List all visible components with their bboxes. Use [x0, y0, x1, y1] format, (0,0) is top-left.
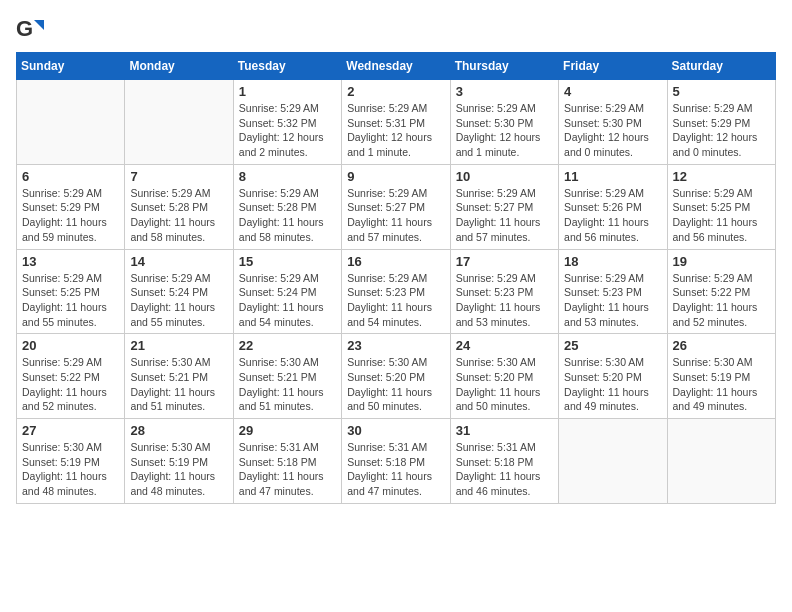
calendar-cell: 10Sunrise: 5:29 AM Sunset: 5:27 PM Dayli…: [450, 164, 558, 249]
calendar-cell: 1Sunrise: 5:29 AM Sunset: 5:32 PM Daylig…: [233, 80, 341, 165]
calendar-cell: 15Sunrise: 5:29 AM Sunset: 5:24 PM Dayli…: [233, 249, 341, 334]
calendar-cell: 31Sunrise: 5:31 AM Sunset: 5:18 PM Dayli…: [450, 419, 558, 504]
day-number: 13: [22, 254, 119, 269]
day-info: Sunrise: 5:29 AM Sunset: 5:24 PM Dayligh…: [130, 271, 227, 330]
calendar-header-row: SundayMondayTuesdayWednesdayThursdayFrid…: [17, 53, 776, 80]
day-number: 9: [347, 169, 444, 184]
day-info: Sunrise: 5:30 AM Sunset: 5:20 PM Dayligh…: [347, 355, 444, 414]
header-monday: Monday: [125, 53, 233, 80]
day-number: 2: [347, 84, 444, 99]
calendar-cell: 11Sunrise: 5:29 AM Sunset: 5:26 PM Dayli…: [559, 164, 667, 249]
day-info: Sunrise: 5:29 AM Sunset: 5:23 PM Dayligh…: [564, 271, 661, 330]
calendar-cell: 18Sunrise: 5:29 AM Sunset: 5:23 PM Dayli…: [559, 249, 667, 334]
day-number: 15: [239, 254, 336, 269]
day-info: Sunrise: 5:30 AM Sunset: 5:20 PM Dayligh…: [456, 355, 553, 414]
day-number: 26: [673, 338, 770, 353]
day-info: Sunrise: 5:29 AM Sunset: 5:30 PM Dayligh…: [564, 101, 661, 160]
day-number: 4: [564, 84, 661, 99]
calendar-cell: 16Sunrise: 5:29 AM Sunset: 5:23 PM Dayli…: [342, 249, 450, 334]
day-number: 14: [130, 254, 227, 269]
day-info: Sunrise: 5:31 AM Sunset: 5:18 PM Dayligh…: [347, 440, 444, 499]
day-number: 29: [239, 423, 336, 438]
day-info: Sunrise: 5:29 AM Sunset: 5:25 PM Dayligh…: [673, 186, 770, 245]
header-friday: Friday: [559, 53, 667, 80]
calendar-cell: 3Sunrise: 5:29 AM Sunset: 5:30 PM Daylig…: [450, 80, 558, 165]
day-info: Sunrise: 5:30 AM Sunset: 5:19 PM Dayligh…: [673, 355, 770, 414]
day-number: 12: [673, 169, 770, 184]
day-info: Sunrise: 5:29 AM Sunset: 5:22 PM Dayligh…: [673, 271, 770, 330]
day-info: Sunrise: 5:29 AM Sunset: 5:23 PM Dayligh…: [347, 271, 444, 330]
calendar-cell: 19Sunrise: 5:29 AM Sunset: 5:22 PM Dayli…: [667, 249, 775, 334]
day-info: Sunrise: 5:30 AM Sunset: 5:19 PM Dayligh…: [130, 440, 227, 499]
calendar-cell: 21Sunrise: 5:30 AM Sunset: 5:21 PM Dayli…: [125, 334, 233, 419]
svg-text:G: G: [16, 16, 33, 41]
calendar-cell: 4Sunrise: 5:29 AM Sunset: 5:30 PM Daylig…: [559, 80, 667, 165]
calendar-cell: 20Sunrise: 5:29 AM Sunset: 5:22 PM Dayli…: [17, 334, 125, 419]
header-sunday: Sunday: [17, 53, 125, 80]
day-number: 23: [347, 338, 444, 353]
day-number: 31: [456, 423, 553, 438]
day-number: 18: [564, 254, 661, 269]
day-number: 30: [347, 423, 444, 438]
day-info: Sunrise: 5:29 AM Sunset: 5:32 PM Dayligh…: [239, 101, 336, 160]
day-info: Sunrise: 5:29 AM Sunset: 5:24 PM Dayligh…: [239, 271, 336, 330]
day-info: Sunrise: 5:29 AM Sunset: 5:25 PM Dayligh…: [22, 271, 119, 330]
day-number: 1: [239, 84, 336, 99]
day-number: 8: [239, 169, 336, 184]
day-info: Sunrise: 5:29 AM Sunset: 5:29 PM Dayligh…: [22, 186, 119, 245]
calendar-cell: 8Sunrise: 5:29 AM Sunset: 5:28 PM Daylig…: [233, 164, 341, 249]
day-number: 22: [239, 338, 336, 353]
day-number: 3: [456, 84, 553, 99]
day-number: 11: [564, 169, 661, 184]
calendar-cell: 22Sunrise: 5:30 AM Sunset: 5:21 PM Dayli…: [233, 334, 341, 419]
calendar-cell: 28Sunrise: 5:30 AM Sunset: 5:19 PM Dayli…: [125, 419, 233, 504]
calendar-cell: 26Sunrise: 5:30 AM Sunset: 5:19 PM Dayli…: [667, 334, 775, 419]
header-tuesday: Tuesday: [233, 53, 341, 80]
calendar-table: SundayMondayTuesdayWednesdayThursdayFrid…: [16, 52, 776, 504]
day-info: Sunrise: 5:30 AM Sunset: 5:19 PM Dayligh…: [22, 440, 119, 499]
day-info: Sunrise: 5:30 AM Sunset: 5:21 PM Dayligh…: [130, 355, 227, 414]
day-info: Sunrise: 5:29 AM Sunset: 5:27 PM Dayligh…: [347, 186, 444, 245]
calendar-cell: 13Sunrise: 5:29 AM Sunset: 5:25 PM Dayli…: [17, 249, 125, 334]
day-info: Sunrise: 5:29 AM Sunset: 5:29 PM Dayligh…: [673, 101, 770, 160]
day-info: Sunrise: 5:29 AM Sunset: 5:31 PM Dayligh…: [347, 101, 444, 160]
day-info: Sunrise: 5:29 AM Sunset: 5:27 PM Dayligh…: [456, 186, 553, 245]
day-number: 10: [456, 169, 553, 184]
day-info: Sunrise: 5:29 AM Sunset: 5:28 PM Dayligh…: [130, 186, 227, 245]
day-info: Sunrise: 5:29 AM Sunset: 5:28 PM Dayligh…: [239, 186, 336, 245]
day-number: 5: [673, 84, 770, 99]
calendar-cell: 30Sunrise: 5:31 AM Sunset: 5:18 PM Dayli…: [342, 419, 450, 504]
calendar-cell: [667, 419, 775, 504]
day-info: Sunrise: 5:29 AM Sunset: 5:23 PM Dayligh…: [456, 271, 553, 330]
day-info: Sunrise: 5:30 AM Sunset: 5:20 PM Dayligh…: [564, 355, 661, 414]
day-info: Sunrise: 5:31 AM Sunset: 5:18 PM Dayligh…: [456, 440, 553, 499]
day-number: 21: [130, 338, 227, 353]
week-row-1: 1Sunrise: 5:29 AM Sunset: 5:32 PM Daylig…: [17, 80, 776, 165]
calendar-cell: [125, 80, 233, 165]
day-info: Sunrise: 5:29 AM Sunset: 5:30 PM Dayligh…: [456, 101, 553, 160]
day-info: Sunrise: 5:30 AM Sunset: 5:21 PM Dayligh…: [239, 355, 336, 414]
logo: G: [16, 16, 48, 44]
calendar-cell: 23Sunrise: 5:30 AM Sunset: 5:20 PM Dayli…: [342, 334, 450, 419]
week-row-5: 27Sunrise: 5:30 AM Sunset: 5:19 PM Dayli…: [17, 419, 776, 504]
calendar-cell: 5Sunrise: 5:29 AM Sunset: 5:29 PM Daylig…: [667, 80, 775, 165]
week-row-2: 6Sunrise: 5:29 AM Sunset: 5:29 PM Daylig…: [17, 164, 776, 249]
calendar-cell: 24Sunrise: 5:30 AM Sunset: 5:20 PM Dayli…: [450, 334, 558, 419]
calendar-cell: 14Sunrise: 5:29 AM Sunset: 5:24 PM Dayli…: [125, 249, 233, 334]
calendar-cell: 9Sunrise: 5:29 AM Sunset: 5:27 PM Daylig…: [342, 164, 450, 249]
calendar-cell: [559, 419, 667, 504]
calendar-cell: 6Sunrise: 5:29 AM Sunset: 5:29 PM Daylig…: [17, 164, 125, 249]
day-number: 28: [130, 423, 227, 438]
day-number: 19: [673, 254, 770, 269]
calendar-cell: 17Sunrise: 5:29 AM Sunset: 5:23 PM Dayli…: [450, 249, 558, 334]
day-info: Sunrise: 5:31 AM Sunset: 5:18 PM Dayligh…: [239, 440, 336, 499]
svg-marker-1: [34, 20, 44, 30]
calendar-cell: 7Sunrise: 5:29 AM Sunset: 5:28 PM Daylig…: [125, 164, 233, 249]
calendar-cell: 2Sunrise: 5:29 AM Sunset: 5:31 PM Daylig…: [342, 80, 450, 165]
calendar-cell: 27Sunrise: 5:30 AM Sunset: 5:19 PM Dayli…: [17, 419, 125, 504]
logo-icon: G: [16, 16, 44, 44]
calendar-cell: 25Sunrise: 5:30 AM Sunset: 5:20 PM Dayli…: [559, 334, 667, 419]
calendar-cell: 12Sunrise: 5:29 AM Sunset: 5:25 PM Dayli…: [667, 164, 775, 249]
day-info: Sunrise: 5:29 AM Sunset: 5:26 PM Dayligh…: [564, 186, 661, 245]
week-row-3: 13Sunrise: 5:29 AM Sunset: 5:25 PM Dayli…: [17, 249, 776, 334]
